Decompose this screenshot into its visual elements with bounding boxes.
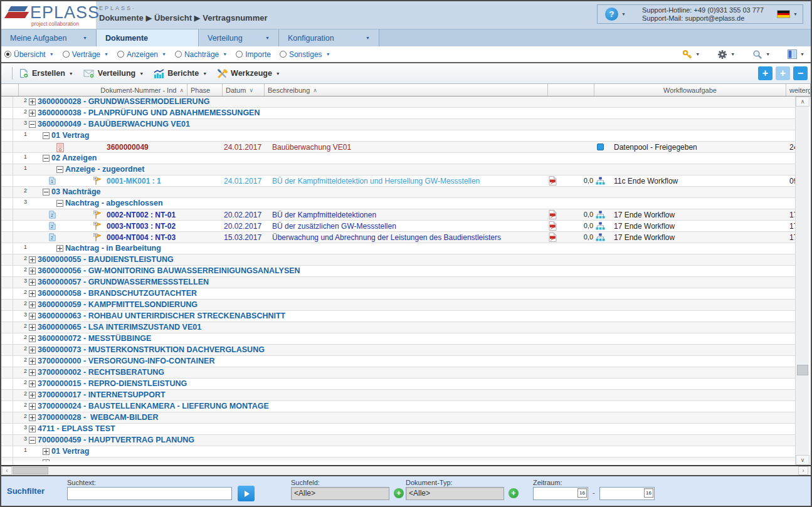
table-row[interactable]: 23600000072 - MESSTÜBBINGE <box>1 333 796 345</box>
expand-icon[interactable] <box>43 448 50 455</box>
scroll-down-button[interactable]: ∨ <box>796 455 809 465</box>
table-row[interactable]: 360000004924.01.2017Bauüberwachung VE01D… <box>1 142 796 153</box>
erstellen-button[interactable]: Erstellen▼ <box>19 68 73 78</box>
columns-button[interactable]: ▼ <box>788 50 804 59</box>
expand-icon[interactable] <box>29 110 36 117</box>
expand-icon[interactable] <box>29 268 36 274</box>
table-row[interactable]: 23600000028 - GRUNDWASSERMODELIERUNG <box>1 97 796 108</box>
horizontal-scroll-thumb[interactable] <box>13 467 48 474</box>
table-row[interactable]: 33600000063 - ROHBAU UNTERIRDISCHER STRE… <box>1 311 796 322</box>
expand-icon[interactable] <box>29 392 36 399</box>
column-header-workflowaufgabe[interactable]: Workflowaufgabe <box>594 84 786 96</box>
search-go-button[interactable] <box>238 486 255 501</box>
table-row[interactable]: 20002-NT002 : NT-0120.02.2017BÜ der Kamp… <box>1 209 796 221</box>
scroll-right-button[interactable]: › <box>798 466 808 475</box>
suchfeld-add-button[interactable]: + <box>394 488 404 498</box>
expand-icon[interactable] <box>29 414 36 421</box>
search-button[interactable]: ▼ <box>752 50 770 60</box>
scroll-up-button[interactable]: ∧ <box>796 97 809 107</box>
org-chart-icon[interactable] <box>596 233 605 241</box>
table-row[interactable]: 23700000002 - RECHTSBERATUNG <box>1 367 796 379</box>
table-row[interactable]: 23700000015 - REPRO-DIENSTLEISTUNG <box>1 379 796 390</box>
column-header-dokument-nummer-ind[interactable]: Dokument-Nummer - Ind∧ <box>19 84 187 96</box>
expand-icon[interactable] <box>29 98 36 105</box>
pdf-file-icon[interactable] <box>549 210 557 219</box>
table-row[interactable]: 37000000459 - HAUPTVERTRAG PLANUNG <box>1 435 796 446</box>
tab-konfiguration[interactable]: Konfiguration▼ <box>279 29 379 46</box>
table-row[interactable]: 33600000049 - BAUÜBERWACHUNG VE01 <box>1 119 796 130</box>
table-row[interactable]: 101 Vertrag <box>1 446 796 457</box>
table-row[interactable]: 23700000000 - VERSORGUNG-INFO-CONTAINER <box>1 356 796 367</box>
expand-icon[interactable] <box>29 380 36 387</box>
org-chart-icon[interactable] <box>596 177 605 185</box>
expand-icon[interactable] <box>29 369 36 376</box>
expand-icon[interactable] <box>29 256 36 263</box>
language-selector[interactable]: ▼ <box>777 10 798 18</box>
filter-option-verträge[interactable]: Verträge▼ <box>63 50 108 59</box>
expand-all-button[interactable]: + <box>758 66 772 80</box>
collapse-icon[interactable] <box>56 166 63 173</box>
table-row[interactable] <box>1 457 796 461</box>
pdf-file-icon[interactable] <box>549 233 557 242</box>
suchfeld-field[interactable]: <Alle> <box>291 487 389 500</box>
table-row[interactable]: 23600000058 - BRANDSCHUTZGUTACHTER <box>1 288 796 300</box>
tab-verteilung[interactable]: Verteilung▼ <box>199 29 279 46</box>
dokument-typ-add-button[interactable]: + <box>509 488 519 498</box>
table-row[interactable]: 23600000065 - LSA INTERIMSZUSTAND VE01 <box>1 322 796 333</box>
dokument-typ-field[interactable]: <Alle> <box>406 487 504 500</box>
verteilung-button[interactable]: Verteilung▼ <box>83 69 144 78</box>
gear-button[interactable]: ▼ <box>717 50 735 60</box>
column-header-datum[interactable]: Datum∨ <box>223 84 265 96</box>
collapse-icon[interactable] <box>29 121 36 128</box>
table-row[interactable]: 23600000073 - MUSTERKONSTRUKTION DACHVER… <box>1 345 796 356</box>
table-row[interactable]: 23600000038 - PLANPRÜFUNG UND ABNAHMEMES… <box>1 108 796 119</box>
table-row[interactable]: 20003-NT003 : NT-0220.02.2017BÜ der zusä… <box>1 221 796 232</box>
table-row[interactable]: 23700000024 - BAUSTELLENKAMERA - LIEFERU… <box>1 401 796 412</box>
suchtext-input[interactable] <box>67 487 232 500</box>
column-header-beschreibung[interactable]: Beschreibung∧ <box>265 84 548 96</box>
expand-icon[interactable] <box>29 279 36 286</box>
table-row[interactable]: 101 Vertrag <box>1 130 796 142</box>
table-row[interactable]: 23700000017 - INTERNETSUPPORT <box>1 390 796 401</box>
collapse-icon[interactable] <box>56 200 63 207</box>
table-row[interactable]: 34711 - EPLASS TEST <box>1 424 796 435</box>
scroll-left-button[interactable]: ‹ <box>2 466 12 475</box>
column-header-weiterge[interactable]: weiterge <box>786 84 811 96</box>
table-row[interactable]: 203 Nachträge <box>1 187 796 198</box>
collapse-icon[interactable] <box>43 189 50 196</box>
org-chart-icon[interactable] <box>596 222 605 230</box>
table-row[interactable]: 23600000055 - BAUDIENSTLEISTUNG <box>1 254 796 266</box>
horizontal-scrollbar[interactable]: ‹ › <box>1 465 811 475</box>
filter-option-importe[interactable]: Importe <box>236 50 271 59</box>
pdf-file-icon[interactable] <box>549 221 557 231</box>
expand-icon[interactable] <box>29 324 36 331</box>
filter-option-anzeigen[interactable]: Anzeigen▼ <box>117 50 166 59</box>
expand-icon[interactable] <box>29 301 36 308</box>
calendar-icon[interactable]: 16 <box>577 488 587 498</box>
key-button[interactable]: ▼ <box>682 50 700 60</box>
collapse-all-button[interactable]: − <box>793 66 808 80</box>
expand-icon[interactable] <box>29 358 36 365</box>
expand-icon[interactable] <box>29 403 36 410</box>
filter-option-nachträge[interactable]: Nachträge▼ <box>175 50 227 59</box>
expand-icon[interactable] <box>29 347 36 353</box>
vertical-scroll-thumb[interactable] <box>797 365 808 375</box>
pdf-file-icon[interactable] <box>549 176 557 186</box>
table-row[interactable]: 3Nachtrag - abgeschlossen <box>1 198 796 209</box>
calendar-icon[interactable]: 16 <box>644 488 653 498</box>
table-row[interactable]: 1Anzeige - zugeordnet <box>1 164 796 175</box>
filter-option-sonstiges[interactable]: Sonstiges▼ <box>280 50 330 59</box>
vertical-scrollbar[interactable]: ∧ ∨ <box>795 97 809 465</box>
expand-icon[interactable] <box>29 335 36 342</box>
expand-icon[interactable] <box>29 426 36 432</box>
werkzeuge-button[interactable]: Werkzeuge▼ <box>217 69 280 78</box>
collapse-icon[interactable] <box>29 437 36 444</box>
expand-icon[interactable] <box>29 290 36 297</box>
org-chart-icon[interactable] <box>596 211 605 219</box>
expand-icon[interactable] <box>43 459 50 461</box>
column-header-phase[interactable]: Phase <box>187 84 223 96</box>
tab-dokumente[interactable]: Dokumente <box>97 29 199 46</box>
tab-meine-aufgaben[interactable]: Meine Aufgaben▼ <box>1 29 97 46</box>
table-row[interactable]: 23600000056 - GW-MONITORING BAUWASSERREI… <box>1 266 796 277</box>
expand-icon[interactable] <box>56 245 63 252</box>
